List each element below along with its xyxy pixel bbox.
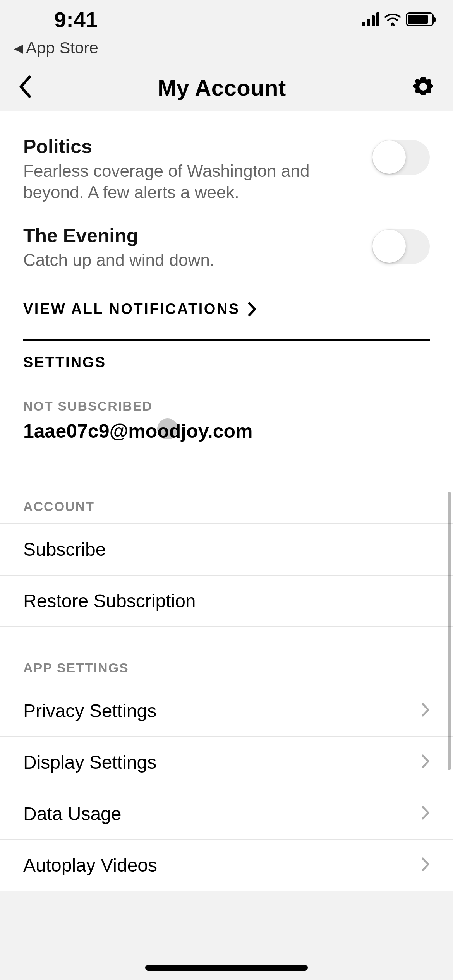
triangle-left-icon: ◀ xyxy=(14,41,23,55)
notification-description: Fearless coverage of Washington and beyo… xyxy=(23,160,356,203)
row-label: Privacy Settings xyxy=(23,700,156,721)
toggle-knob xyxy=(372,230,406,263)
row-display-settings[interactable]: Display Settings xyxy=(0,736,453,788)
status-indicators xyxy=(362,12,434,26)
toggle-knob xyxy=(372,140,406,174)
notification-description: Catch up and wind down. xyxy=(23,249,356,271)
row-label: Subscribe xyxy=(23,539,106,560)
account-email: 1aae07c9@moodjoy.com xyxy=(23,420,253,442)
subscription-status: NOT SUBSCRIBED xyxy=(0,385,453,416)
chevron-right-icon xyxy=(421,752,430,773)
row-autoplay-videos[interactable]: Autoplay Videos xyxy=(0,839,453,891)
settings-heading: SETTINGS xyxy=(0,341,453,385)
cellular-icon xyxy=(362,12,379,26)
svg-point-0 xyxy=(391,23,394,26)
back-button[interactable] xyxy=(18,75,33,99)
breadcrumb-label: App Store xyxy=(26,39,98,57)
row-data-usage[interactable]: Data Usage xyxy=(0,788,453,839)
row-label: Autoplay Videos xyxy=(23,855,157,876)
view-all-label: VIEW ALL NOTIFICATIONS xyxy=(23,301,240,317)
home-indicator[interactable] xyxy=(145,965,308,971)
account-email-row[interactable]: 1aae07c9@moodjoy.com xyxy=(0,416,453,466)
status-bar: 9:41 xyxy=(0,0,453,39)
chevron-right-icon xyxy=(421,700,430,721)
notification-title: The Evening xyxy=(23,224,356,247)
svg-point-1 xyxy=(419,83,427,91)
row-subscribe[interactable]: Subscribe xyxy=(0,523,453,575)
row-label: Display Settings xyxy=(23,752,156,773)
gear-icon xyxy=(411,75,435,99)
page-title: My Account xyxy=(158,75,286,101)
toggle-politics[interactable] xyxy=(372,140,430,175)
row-restore-subscription[interactable]: Restore Subscription xyxy=(0,575,453,627)
nav-header: My Account xyxy=(0,64,453,111)
chevron-right-icon xyxy=(421,803,430,824)
content: Politics Fearless coverage of Washington… xyxy=(0,111,453,891)
chevron-right-icon xyxy=(421,855,430,876)
touch-indicator xyxy=(157,418,178,439)
settings-button[interactable] xyxy=(411,75,435,100)
view-all-notifications-button[interactable]: VIEW ALL NOTIFICATIONS xyxy=(0,282,453,339)
notification-item-evening: The Evening Catch up and wind down. xyxy=(0,214,453,282)
group-label-app-settings: APP SETTINGS xyxy=(0,627,453,685)
back-to-app-store[interactable]: ◀ App Store xyxy=(0,39,453,64)
row-label: Restore Subscription xyxy=(23,590,196,612)
toggle-evening[interactable] xyxy=(372,229,430,264)
battery-icon xyxy=(406,12,434,26)
notification-title: Politics xyxy=(23,135,356,158)
chevron-left-icon xyxy=(18,75,33,98)
notification-item-politics: Politics Fearless coverage of Washington… xyxy=(0,125,453,214)
group-label-account: ACCOUNT xyxy=(0,466,453,523)
row-privacy-settings[interactable]: Privacy Settings xyxy=(0,685,453,736)
status-time: 9:41 xyxy=(19,7,98,32)
chevron-right-icon xyxy=(247,302,257,317)
wifi-icon xyxy=(384,12,401,26)
row-label: Data Usage xyxy=(23,803,121,824)
scrollbar[interactable] xyxy=(448,492,451,770)
